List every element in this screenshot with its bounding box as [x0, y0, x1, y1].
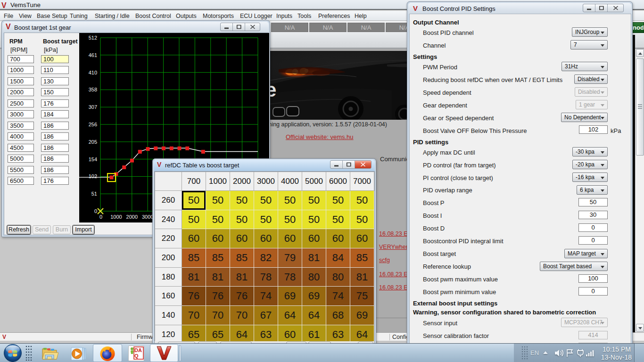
svg-text:205: 205 [89, 139, 97, 145]
svg-text:51: 51 [91, 191, 97, 197]
svg-text:0: 0 [94, 208, 97, 214]
svg-text:461: 461 [89, 52, 97, 58]
svg-text:e: e [269, 79, 276, 101]
svg-text:1000: 1000 [110, 214, 122, 220]
svg-text:Q: Q [134, 353, 139, 359]
svg-text:512: 512 [89, 35, 97, 41]
svg-text:0: 0 [99, 214, 102, 220]
svg-text:358: 358 [89, 87, 97, 92]
svg-text:256: 256 [89, 122, 97, 127]
svg-text:DA: DA [134, 347, 142, 353]
svg-text:307: 307 [89, 104, 97, 110]
svg-text:154: 154 [89, 156, 97, 162]
svg-text:102: 102 [89, 173, 97, 179]
svg-text:3000: 3000 [142, 214, 153, 220]
svg-text:2000: 2000 [126, 214, 138, 220]
svg-text:410: 410 [89, 70, 97, 75]
